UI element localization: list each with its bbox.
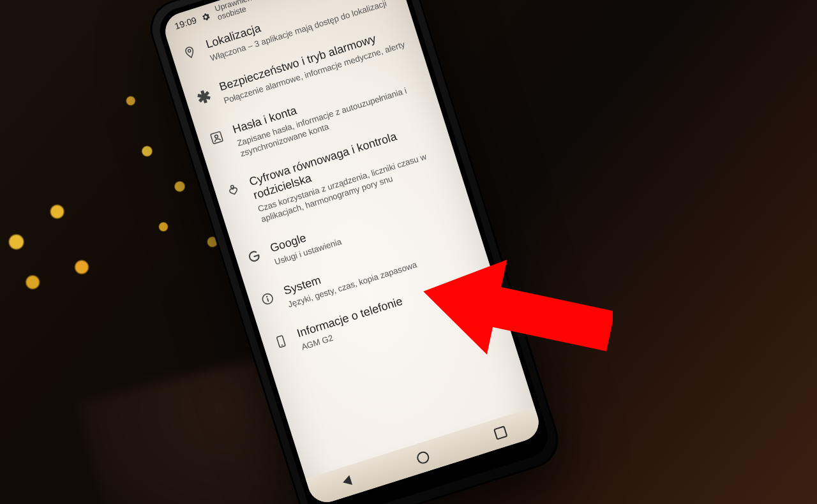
svg-point-5 [266, 295, 268, 297]
google-g-icon [244, 247, 265, 265]
phone-info-icon [271, 332, 292, 350]
svg-rect-6 [267, 298, 269, 302]
nav-home-button[interactable] [416, 450, 431, 465]
account-box-icon [206, 128, 227, 147]
asterisk-icon: ✱ [194, 90, 214, 105]
gear-icon [200, 11, 212, 23]
info-icon [257, 290, 278, 308]
svg-point-2 [214, 135, 218, 138]
svg-point-0 [188, 49, 191, 52]
svg-rect-8 [281, 345, 283, 346]
status-time: 19:09 [174, 15, 198, 31]
photo-scene: 19:09 Uprawnienia, d… osobiste [0, 0, 817, 504]
nav-back-button[interactable] [341, 475, 352, 487]
nav-recents-button[interactable] [493, 426, 508, 440]
digital-wellbeing-icon [223, 181, 244, 200]
location-icon [179, 43, 200, 62]
svg-rect-7 [276, 336, 285, 348]
